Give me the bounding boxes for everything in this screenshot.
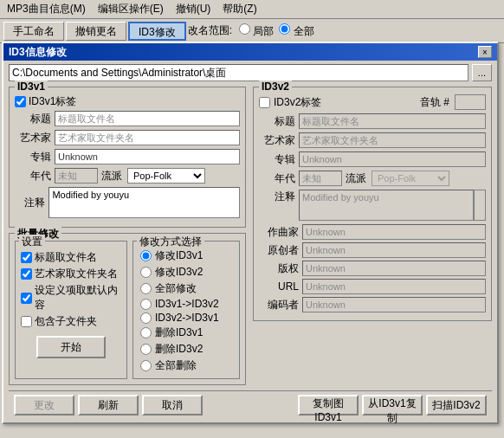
batch-group: 批量修改 设置 标题取文件名 (9, 233, 246, 385)
id3v2-comment-scrollbar[interactable] (474, 190, 486, 221)
id3v2-header-row: ID3v2标签 音轨 # (259, 94, 486, 110)
id3v2-title-input[interactable] (299, 113, 486, 129)
mode-label-4[interactable]: ID3v2->ID3v1 (155, 312, 219, 324)
id3v1-genre-select[interactable]: Pop-Folk (127, 168, 205, 184)
menu-mp3info[interactable]: MP3曲目信息(M) (2, 0, 91, 18)
mode-box: 修改方式选择 修改ID3v1 修改ID3v2 (132, 241, 240, 379)
mode-label-5[interactable]: 删除ID3v1 (155, 325, 203, 340)
range-all-radio[interactable] (279, 23, 290, 35)
id3v2-column: ID3v2 ID3v2标签 音轨 # 标题 (253, 87, 492, 390)
cancel-button[interactable]: 取消 (142, 395, 203, 415)
id3v2-extra-fields: 作曲家 原创者 版权 (259, 224, 486, 312)
settings-item-1: 艺术家取文件夹名 (21, 267, 121, 281)
start-button[interactable]: 开始 (36, 336, 106, 358)
settings-item-2: 设定义项取默认内容 (21, 283, 121, 312)
mode-label-2[interactable]: 全部修改 (155, 281, 197, 296)
id3v1-checkbox-row: ID3v1标签 (15, 94, 240, 109)
mode-radio-6[interactable] (140, 344, 152, 355)
id3v2-year-label: 年代 (259, 171, 295, 186)
mode-label-3[interactable]: ID3v1->ID3v2 (155, 298, 219, 310)
id3v2-copyright-input[interactable] (302, 261, 486, 276)
id3v1-comment-label: 注释 (15, 196, 45, 210)
id3v2-url-label: URL (259, 280, 299, 293)
id3v2-original-input[interactable] (302, 242, 486, 258)
browse-button[interactable]: ... (472, 64, 492, 81)
id3v2-album-input[interactable] (299, 151, 486, 167)
id3v2-year-input[interactable] (299, 171, 342, 186)
mode-radio-0[interactable] (140, 250, 152, 261)
manual-rename-button[interactable]: 手工命名 (3, 22, 64, 41)
menu-help[interactable]: 帮助(Z) (217, 0, 262, 18)
range-all-label[interactable]: 全部 (279, 23, 313, 39)
id3v2-checkbox[interactable] (259, 97, 270, 108)
scan-id3v2-button[interactable]: 扫描ID3v2 (426, 395, 487, 415)
menu-undo[interactable]: 撤销(U) (171, 0, 216, 18)
two-column-layout: ID3v1 ID3v1标签 标题 艺术家 (9, 87, 492, 390)
mode-radio-4[interactable] (140, 312, 152, 324)
range-local-label[interactable]: 局部 (239, 23, 274, 39)
mode-label-0[interactable]: 修改ID3v1 (155, 248, 203, 263)
id3v1-group: ID3v1 ID3v1标签 标题 艺术家 (9, 87, 246, 228)
id3-edit-button[interactable]: ID3修改 (128, 22, 186, 41)
mode-radio-2[interactable] (140, 283, 152, 294)
mode-label-1[interactable]: 修改ID3v2 (155, 265, 203, 280)
settings-checkbox-0[interactable] (21, 252, 32, 263)
refresh-button[interactable]: 刷新 (78, 395, 139, 415)
id3v2-copyright-row: 版权 (259, 261, 486, 276)
menu-edit[interactable]: 编辑区操作(E) (93, 0, 169, 18)
id3v2-url-row: URL (259, 279, 486, 294)
dialog-close-button[interactable]: × (478, 46, 492, 58)
mode-radio-5[interactable] (140, 327, 152, 338)
id3v2-composer-row: 作曲家 (259, 224, 486, 240)
id3v2-legend: ID3v2 (259, 81, 292, 93)
id3v1-column: ID3v1 ID3v1标签 标题 艺术家 (9, 87, 246, 390)
mode-option-2: 全部修改 (140, 281, 232, 296)
mode-radio-1[interactable] (140, 267, 152, 278)
mode-radio-7[interactable] (140, 360, 152, 371)
copy-from-id3v1-button[interactable]: 从ID3v1复制 (362, 395, 423, 415)
id3v1-artist-input[interactable] (55, 130, 240, 145)
mode-label-7[interactable]: 全部删除 (155, 358, 197, 373)
mode-label-6[interactable]: 删除ID3v2 (155, 342, 203, 357)
id3v2-url-input[interactable] (302, 279, 486, 294)
path-input[interactable] (9, 64, 468, 81)
id3v2-artist-row: 艺术家 (259, 132, 486, 148)
id3v1-album-row: 专辑 (15, 149, 240, 164)
id3v2-original-row: 原创者 (259, 242, 486, 258)
id3v1-comment-input[interactable]: Modified by youyu (48, 187, 240, 218)
id3v2-genre-label: 流派 (346, 171, 366, 186)
copy-to-id3v1-button[interactable]: 复制图ID3v1 (298, 395, 359, 415)
id3v1-year-input[interactable] (55, 168, 98, 184)
id3v2-encoder-label: 编码者 (259, 298, 299, 312)
update-button[interactable]: 更改 (14, 395, 74, 415)
id3v2-track-input[interactable] (455, 94, 486, 110)
bottom-bar: 更改 刷新 取消 复制图ID3v1 从ID3v1复制 扫描ID3v2 (9, 390, 492, 419)
id3v2-original-label: 原创者 (259, 243, 299, 258)
settings-checkbox-1[interactable] (21, 268, 32, 280)
id3v2-composer-input[interactable] (302, 224, 486, 240)
id3-dialog: ID3信息修改 × ... ID3v1 ID3v1标签 (2, 42, 499, 424)
id3v1-checkbox[interactable] (15, 96, 26, 107)
id3v2-genre-select[interactable]: Pop-Folk (372, 171, 449, 186)
range-local-radio[interactable] (239, 23, 250, 35)
settings-checkbox-3[interactable] (21, 316, 32, 327)
id3v1-year-label: 年代 (15, 169, 51, 184)
mode-legend: 修改方式选择 (137, 235, 204, 249)
id3v1-title-input[interactable] (55, 111, 240, 126)
id3v1-title-label: 标题 (15, 112, 51, 126)
undo-rename-button[interactable]: 撤销更名 (66, 22, 126, 41)
id3v2-artist-input[interactable] (299, 132, 486, 148)
id3v2-comment-input[interactable]: Modified by youyu (299, 190, 474, 221)
id3v2-album-row: 专辑 (259, 151, 486, 167)
id3v1-album-input[interactable] (55, 149, 240, 164)
mode-radio-3[interactable] (140, 299, 152, 310)
settings-label-2: 设定义项取默认内容 (35, 283, 121, 312)
settings-legend: 设置 (19, 235, 45, 249)
settings-checkbox-2[interactable] (21, 293, 32, 304)
settings-label-1: 艺术家取文件夹名 (35, 267, 118, 281)
dialog-body: ... ID3v1 ID3v1标签 标题 (3, 61, 497, 422)
settings-label-0: 标题取文件名 (35, 250, 97, 265)
batch-row: 设置 标题取文件名 艺术家取文件夹名 (15, 241, 240, 379)
id3v2-encoder-input[interactable] (302, 297, 486, 312)
id3v2-artist-label: 艺术家 (259, 133, 295, 148)
